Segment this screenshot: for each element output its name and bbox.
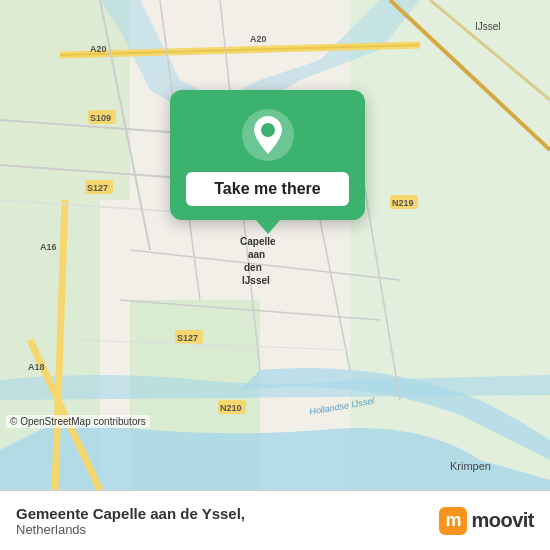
svg-text:Capelle: Capelle [240,236,276,247]
attribution: © OpenStreetMap contributors [6,415,150,428]
moovit-m-badge: m [439,507,467,535]
svg-text:IJssel: IJssel [242,275,270,286]
svg-text:den: den [244,262,262,273]
moovit-logo: m moovit [439,507,534,535]
attribution-text: © OpenStreetMap contributors [10,416,146,427]
place-name: Gemeente Capelle aan de Yssel, [16,505,245,522]
svg-text:A18: A18 [28,362,45,372]
svg-text:N219: N219 [392,198,414,208]
bottom-bar: Gemeente Capelle aan de Yssel, Netherlan… [0,490,550,550]
svg-text:aan: aan [248,249,265,260]
moovit-wordmark: moovit [471,509,534,532]
bottom-info: Gemeente Capelle aan de Yssel, Netherlan… [16,505,245,537]
svg-text:S127: S127 [87,183,108,193]
svg-text:A20: A20 [90,44,107,54]
svg-text:Krimpen: Krimpen [450,460,491,472]
popup-card: Take me there [170,90,365,220]
svg-text:IJssel: IJssel [475,21,501,32]
svg-point-38 [261,123,275,137]
location-pin-icon [241,108,295,162]
svg-text:A16: A16 [40,242,57,252]
place-country: Netherlands [16,522,245,537]
map-container: A20 A20 A16 A18 S109 S127 S127 N219 N210 [0,0,550,490]
svg-text:S109: S109 [90,113,111,123]
take-me-there-button[interactable]: Take me there [186,172,349,206]
svg-text:A20: A20 [250,34,267,44]
svg-text:N210: N210 [220,403,242,413]
svg-text:S127: S127 [177,333,198,343]
